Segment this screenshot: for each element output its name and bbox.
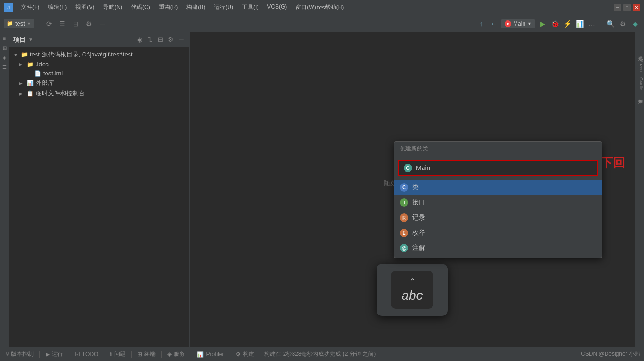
left-icon-3[interactable]: ◈ bbox=[0, 53, 9, 62]
new-class-dialog: 创建新的类 C Main C 类 I 接口 R 记录 bbox=[394, 141, 602, 258]
ext-expand[interactable]: ▶ bbox=[19, 81, 25, 86]
status-sep-5 bbox=[161, 351, 162, 358]
status-run-label: 运行 bbox=[52, 350, 63, 358]
collapse-icon[interactable]: ⊟ bbox=[71, 19, 81, 29]
project-panel-arrow[interactable]: ▼ bbox=[28, 37, 33, 42]
project-panel-header: 项目 ▼ ◉ ⇅ ⊟ ⚙ ─ bbox=[9, 32, 189, 47]
right-sidebar: 通知 Maven Gradle 数据库 bbox=[635, 32, 644, 347]
sync-icon[interactable]: ⟳ bbox=[44, 19, 55, 29]
project-dropdown-icon[interactable]: ▼ bbox=[27, 21, 31, 26]
project-panel: 项目 ▼ ◉ ⇅ ⊟ ⚙ ─ ▼ 📁 test 源代码根目录, C:\java\… bbox=[9, 32, 190, 347]
scope-icon[interactable]: ◉ bbox=[135, 36, 144, 44]
main-item-name: Main bbox=[416, 164, 430, 172]
tree-iml[interactable]: ▶ 📄 test.iml bbox=[9, 69, 189, 78]
menu-code[interactable]: 代码(C) bbox=[127, 2, 154, 12]
statusbar: ⑂ 版本控制 ▶ 运行 ☑ TODO ℹ 问题 ⊞ 终端 ◈ 服务 📊 Prof… bbox=[0, 347, 644, 361]
status-todo-label: TODO bbox=[82, 351, 98, 358]
updates-icon[interactable]: ◆ bbox=[630, 19, 640, 29]
list-icon[interactable]: ☰ bbox=[57, 19, 68, 29]
external-icon: 📊 bbox=[27, 80, 34, 86]
panel-settings-icon[interactable]: ⚙ bbox=[166, 36, 175, 44]
window-controls: ─ □ ✕ bbox=[614, 4, 640, 11]
status-services-label: 服务 bbox=[174, 350, 185, 358]
status-problems[interactable]: ℹ 问题 bbox=[108, 350, 128, 358]
problems-status-icon: ℹ bbox=[110, 351, 112, 358]
sort-icon[interactable]: ⇅ bbox=[146, 36, 154, 44]
iml-label: test.iml bbox=[43, 70, 63, 77]
status-sep-8 bbox=[260, 351, 260, 358]
status-run[interactable]: ▶ 运行 bbox=[44, 350, 65, 358]
project-tree: ▼ 📁 test 源代码根目录, C:\java\git\test\test ▶… bbox=[9, 47, 189, 347]
status-terminal[interactable]: ⊞ 终端 bbox=[136, 350, 157, 358]
build-message: 构建在 2秒328毫秒内成功完成 (2 分钟 之前) bbox=[264, 350, 376, 358]
project-name: test bbox=[15, 20, 25, 27]
temp-expand[interactable]: ▶ bbox=[19, 91, 25, 96]
main-toolbar: 📁 test ▼ ⟳ ☰ ⊟ ⚙ ─ ↑ ← ● Main ▼ ▶ 🐞 ⚡ 📊 … bbox=[0, 15, 644, 32]
run-button[interactable]: ▶ bbox=[537, 19, 548, 29]
close-button[interactable]: ✕ bbox=[633, 4, 640, 11]
right-sidebar-gradle[interactable]: Gradle bbox=[636, 75, 644, 92]
collapse-all-icon[interactable]: ⊟ bbox=[156, 36, 165, 44]
minimize-button[interactable]: ─ bbox=[614, 4, 621, 11]
status-services[interactable]: ◈ 服务 bbox=[166, 350, 187, 358]
more-run-button[interactable]: … bbox=[587, 19, 597, 29]
menu-file[interactable]: 文件(F) bbox=[17, 2, 43, 12]
status-sep-4 bbox=[131, 351, 132, 358]
back-icon[interactable]: ← bbox=[488, 19, 499, 29]
toolbar-separator bbox=[39, 19, 39, 28]
project-panel-title: 项目 bbox=[13, 36, 26, 44]
class-list: C 类 I 接口 R 记录 E 枚举 @ 注解 bbox=[394, 180, 602, 256]
class-item-record[interactable]: R 记录 bbox=[394, 210, 602, 225]
settings-icon[interactable]: ⚙ bbox=[84, 19, 94, 29]
menu-vcs[interactable]: VCS(G) bbox=[263, 2, 291, 12]
status-vcs[interactable]: ⑂ 版本控制 bbox=[4, 350, 36, 358]
class-item-class[interactable]: C 类 bbox=[394, 180, 602, 195]
left-icon-2[interactable]: ⊞ bbox=[0, 44, 9, 52]
profile-button[interactable]: 📊 bbox=[574, 19, 585, 29]
panel-close-icon[interactable]: ─ bbox=[177, 36, 185, 44]
tree-idea[interactable]: ▶ 📁 .idea bbox=[9, 60, 189, 69]
status-todo[interactable]: ☑ TODO bbox=[73, 351, 100, 358]
menu-window[interactable]: 窗口(W) bbox=[292, 2, 320, 12]
menu-refactor[interactable]: 重构(R) bbox=[155, 2, 182, 12]
right-sidebar-notifications[interactable]: 通知 bbox=[636, 51, 644, 55]
tree-temp[interactable]: ▶ 📋 临时文件和控制台 bbox=[9, 88, 189, 99]
module-icon: 📄 bbox=[34, 70, 41, 77]
tree-external[interactable]: ▶ 📊 外部库 bbox=[9, 78, 189, 88]
settings-main-icon[interactable]: ⚙ bbox=[617, 19, 628, 29]
run-config-dropdown-icon[interactable]: ▼ bbox=[527, 21, 532, 26]
class-item-interface[interactable]: I 接口 bbox=[394, 195, 602, 210]
left-icon-1[interactable]: ≡ bbox=[0, 34, 9, 43]
tree-expand-arrow[interactable]: ▼ bbox=[13, 52, 19, 57]
menu-build[interactable]: 构建(B) bbox=[183, 2, 209, 12]
status-profiler[interactable]: 📊 Profiler bbox=[195, 351, 226, 358]
search-everywhere-icon[interactable]: 🔍 bbox=[605, 19, 616, 29]
menu-run[interactable]: 运行(U) bbox=[210, 2, 237, 12]
class-icon: C bbox=[400, 183, 408, 192]
right-sidebar-database[interactable]: 数据库 bbox=[636, 94, 644, 98]
run-config-selector[interactable]: ● Main ▼ bbox=[501, 19, 535, 28]
class-item-annotation[interactable]: @ 注解 bbox=[394, 241, 602, 256]
debug-button[interactable]: 🐞 bbox=[550, 19, 560, 29]
menu-tools[interactable]: 工具(I) bbox=[238, 2, 262, 12]
menu-view[interactable]: 视图(V) bbox=[72, 2, 98, 12]
tree-root[interactable]: ▼ 📁 test 源代码根目录, C:\java\git\test\test bbox=[9, 49, 189, 60]
run-config-name: Main bbox=[513, 20, 525, 27]
vcs-icon[interactable]: ↑ bbox=[476, 19, 487, 29]
left-icon-4[interactable]: ☰ bbox=[0, 63, 9, 71]
status-profiler-label: Profiler bbox=[206, 351, 224, 358]
new-class-main-item[interactable]: C Main bbox=[398, 160, 598, 176]
ime-caret: ⌃ bbox=[409, 277, 415, 286]
idea-expand[interactable]: ▶ bbox=[19, 62, 25, 67]
status-sep-1 bbox=[39, 351, 40, 358]
menu-edit[interactable]: 编辑(E) bbox=[44, 2, 71, 12]
right-sidebar-maven[interactable]: Maven bbox=[636, 57, 644, 74]
toolbar-minimize-icon[interactable]: ─ bbox=[97, 19, 108, 29]
menu-nav[interactable]: 导航(N) bbox=[99, 2, 126, 12]
idea-label: .idea bbox=[36, 61, 49, 68]
coverage-button[interactable]: ⚡ bbox=[562, 19, 572, 29]
idea-icon: 📁 bbox=[27, 61, 34, 68]
maximize-button[interactable]: □ bbox=[623, 4, 631, 11]
class-item-enum[interactable]: E 枚举 bbox=[394, 225, 602, 241]
status-build[interactable]: ⚙ 构建 bbox=[234, 350, 256, 358]
